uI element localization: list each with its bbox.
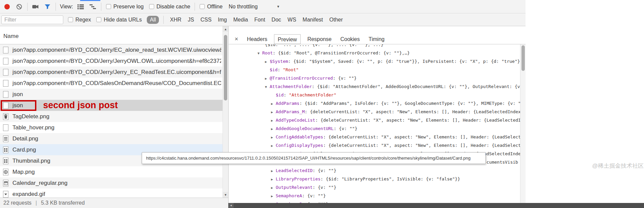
colon: : (323, 134, 329, 139)
filter-pill-ws[interactable]: WS (287, 17, 296, 23)
preserve-log-checkbox[interactable] (106, 4, 111, 9)
tree-row-configdisplaytypes: ▶ConfigDisplayTypes: {deleteCurrentList:… (229, 141, 520, 150)
hide-data-urls-checkbox[interactable] (96, 17, 101, 22)
request-row[interactable]: json?app.component=/BYD_COD/SalesOnDeman… (0, 78, 223, 89)
scrollbar-thumb[interactable] (521, 45, 525, 71)
chevron-down-icon[interactable]: ▼ (276, 5, 280, 8)
scroll-left-icon[interactable]: ◄ (228, 203, 234, 208)
close-icon[interactable]: × (233, 34, 240, 44)
offline-checkbox[interactable] (200, 4, 205, 9)
property-value: "Root" (283, 67, 299, 72)
view-waterfall-icon[interactable] (89, 3, 97, 10)
lines-icon (3, 135, 8, 142)
tab-timing[interactable]: Timing (367, 34, 386, 44)
tab-response[interactable]: Response (305, 34, 334, 44)
scrollbar-thumb[interactable] (224, 35, 227, 100)
disable-cache-checkbox[interactable] (149, 4, 154, 9)
filter-pill-css[interactable]: CSS (200, 17, 211, 23)
tree-row-addedgoogledocumenturl: ▶AddedGoogleDocumentURL: {v: ""} (229, 124, 520, 133)
property-name: AttachmentFolder (270, 84, 312, 89)
request-row[interactable]: json (0, 89, 223, 100)
document-icon (3, 80, 8, 87)
tree-row-root: ▼Root: {$id: "Root", @TransitionErrorOcc… (229, 49, 520, 57)
view-list-icon[interactable] (77, 3, 84, 10)
tree-row-clipped: {$id: "...", ...: {v: ""}, ...: {v: ""},… (229, 44, 520, 49)
filter-pill-js[interactable]: JS (188, 17, 194, 23)
annotation-red-box (1, 100, 36, 111)
clear-icon[interactable] (15, 3, 23, 10)
scroll-up-icon[interactable]: ▲ (223, 26, 228, 32)
object-preview: {v: ""} (307, 193, 326, 198)
tree-row-addparams: ▶AddParams: {$id: "AddParams", IsFolder:… (229, 99, 520, 108)
regex-checkbox[interactable] (68, 17, 73, 22)
property-name: $id (276, 92, 283, 97)
request-name: Thumbnail.png (12, 158, 50, 164)
request-row[interactable]: Detail.png (0, 133, 223, 144)
filter-pill-font[interactable]: Font (255, 17, 265, 23)
filter-input[interactable] (1, 15, 63, 24)
filter-pill-all[interactable]: All (147, 16, 159, 24)
filter-pill-img[interactable]: Img (218, 17, 227, 23)
property-name: AddTypeCodeList (276, 118, 315, 123)
collapsed-arrow-icon[interactable]: ▶ (265, 74, 270, 82)
filter-pill-other[interactable]: Other (329, 17, 343, 23)
colon: : (313, 185, 318, 190)
requests-scrollbar[interactable]: ▲ ▼ (223, 26, 228, 198)
name-column-header[interactable]: Name (0, 26, 228, 44)
collapsed-arrow-icon[interactable]: ▶ (271, 192, 276, 200)
expanded-arrow-icon[interactable]: ▼ (258, 49, 262, 57)
tab-cookies[interactable]: Cookies (338, 34, 362, 44)
request-name: json?app.component=/BYD_COD/Jerry/EC_alo… (12, 47, 221, 53)
object-preview: {deleteCurrentList: "X", aspect: "New", … (329, 143, 520, 148)
request-row[interactable]: Table_hover.png (0, 122, 223, 133)
colon: : (313, 168, 318, 173)
filter-pill-xhr[interactable]: XHR (170, 17, 181, 23)
preview-scrollbar[interactable] (520, 44, 526, 203)
page-horizontal-scrollbar[interactable]: ◄ (228, 203, 644, 208)
colon: : (305, 109, 310, 114)
collapsed-arrow-icon[interactable]: ▶ (271, 175, 276, 183)
throttling-select[interactable]: No throttling (229, 4, 258, 10)
request-row[interactable]: TagDelete.png (0, 111, 223, 122)
request-name: json?app.component=/BYD_COD/Jerry/JerryO… (12, 58, 221, 65)
preview-pane: {$id: "...", ...: {v: ""}, ...: {v: ""},… (229, 44, 526, 208)
filter-pill-manifest[interactable]: Manifest (303, 17, 323, 23)
object-preview: {v: ""} (338, 76, 357, 81)
property-name: AddedGoogleDocumentURL (276, 126, 334, 131)
request-row[interactable]: 1Calendar_regular.png (0, 177, 223, 189)
collapsed-arrow-icon[interactable]: ▶ (271, 183, 276, 192)
document-icon (3, 124, 8, 131)
request-row[interactable]: json?app.component=/BYD_COD/Jerry/EC_alo… (0, 44, 223, 55)
request-row[interactable]: json?app.component=/BYD_COD/Jerry/JerryO… (0, 55, 223, 67)
trash-icon (3, 113, 8, 120)
request-name: expanded.gif (12, 191, 45, 198)
collapsed-arrow-icon[interactable]: ▶ (271, 141, 276, 150)
document-icon (3, 47, 8, 53)
object-preview: {deleteCurrentList: "X", aspect: "New", … (310, 109, 520, 114)
expanded-arrow-icon[interactable]: ▼ (265, 83, 270, 91)
tab-headers[interactable]: Headers (245, 34, 269, 44)
pill-divider (163, 16, 164, 24)
collapsed-arrow-icon[interactable]: ▶ (271, 133, 276, 141)
tab-preview[interactable]: Preview (274, 34, 301, 44)
collapsed-arrow-icon[interactable]: ▶ (271, 116, 276, 124)
filter-pill-doc[interactable]: Doc (272, 17, 281, 23)
toolbar-divider (27, 3, 28, 11)
collapsed-arrow-icon[interactable]: ▶ (271, 125, 276, 133)
request-row[interactable]: json?app.component=/BYD_COD/Jerry/Jerry_… (0, 67, 223, 78)
collapsed-arrow-icon[interactable]: ▶ (265, 57, 270, 66)
request-row[interactable]: Map.png (0, 166, 223, 177)
colon: : (323, 143, 329, 148)
filter-pill-media[interactable]: Media (233, 17, 248, 23)
filter-icon[interactable] (44, 3, 51, 10)
collapsed-arrow-icon[interactable]: ▶ (271, 167, 276, 175)
calendar-icon: 1 (3, 180, 8, 186)
collapsed-arrow-icon[interactable]: ▶ (271, 99, 276, 108)
devtools-page: View: Preserve log Disable cache Offline… (0, 0, 644, 208)
tree-row-leadselectedid: ▶LeadSelectedID: {v: ""} (229, 166, 520, 175)
capture-screenshots-icon[interactable] (32, 3, 39, 10)
record-icon[interactable] (3, 3, 11, 10)
collapsed-arrow-icon[interactable]: ▶ (271, 108, 276, 116)
scroll-down-icon[interactable]: ▼ (223, 192, 228, 198)
property-name: ConfigAddableTypes (276, 134, 323, 139)
